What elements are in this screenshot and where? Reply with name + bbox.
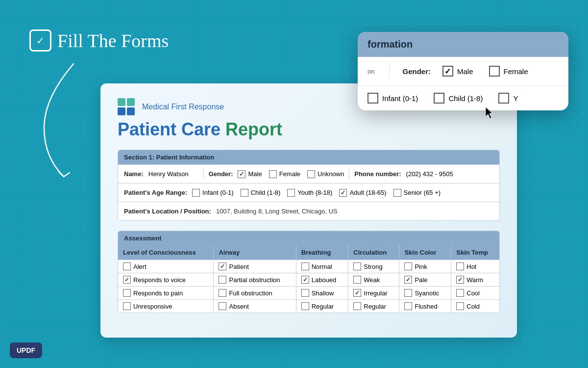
popup-infant[interactable]: Infant (0-1) [368, 93, 418, 104]
popup-female-checkbox[interactable] [489, 66, 500, 77]
age-youth-label: Youth (8-18) [297, 189, 332, 196]
report-title-part1: Patient Care [118, 119, 220, 139]
popup-female-label: Female [504, 67, 528, 76]
age-range-label: Patient's Age Range: [124, 189, 187, 196]
skin-temp-warm[interactable]: ✓ Warm [451, 273, 499, 287]
consciousness-alert[interactable]: Alert [118, 260, 214, 273]
popup-child-checkbox[interactable] [434, 93, 444, 104]
skin-color-pink-checkbox[interactable] [404, 263, 412, 270]
popup-child[interactable]: Child (1-8) [434, 93, 483, 104]
gender-male-checkbox[interactable]: ✓ [238, 170, 245, 178]
popup-title: formation [368, 39, 413, 50]
col-header-circulation: Circulation [348, 245, 399, 260]
circulation-weak[interactable]: Weak [348, 273, 399, 287]
consciousness-voice-checkbox[interactable]: ✓ [123, 276, 131, 284]
popup-gender-female[interactable]: Female [489, 66, 528, 77]
consciousness-unresponsive-checkbox[interactable] [123, 302, 131, 310]
age-infant[interactable]: Infant (0-1) [192, 189, 234, 197]
skin-temp-hot[interactable]: Hot [451, 260, 499, 273]
circulation-irregular-checkbox[interactable]: ✓ [353, 289, 361, 297]
skin-temp-warm-checkbox[interactable]: ✓ [456, 276, 464, 284]
gender-unknown[interactable]: Unknown [307, 170, 344, 178]
breathing-shallow-checkbox[interactable] [301, 289, 309, 297]
age-child[interactable]: Child (1-8) [241, 189, 281, 197]
skin-color-flushed[interactable]: Flushed [399, 300, 451, 313]
skin-color-pale[interactable]: ✓ Pale [399, 273, 451, 287]
breathing-regular-checkbox[interactable] [301, 302, 309, 310]
form-card: Medical First Response Patient Care Repo… [100, 83, 517, 338]
skin-color-syanotic[interactable]: Syanotic [399, 287, 451, 300]
skin-temp-cool-checkbox[interactable] [456, 289, 464, 297]
gender-label: Gender: [209, 170, 233, 178]
age-senior[interactable]: Senior (65 +) [393, 189, 441, 197]
age-child-checkbox[interactable] [241, 189, 248, 197]
consciousness-pain[interactable]: Responds to pain [118, 287, 214, 300]
breathing-shallow[interactable]: Shallow [296, 287, 348, 300]
consciousness-pain-checkbox[interactable] [123, 289, 131, 297]
consciousness-alert-checkbox[interactable] [123, 263, 131, 270]
gender-group: ✓ Male Female Unknown [238, 170, 344, 178]
gender-male[interactable]: ✓ Male [238, 170, 262, 178]
skin-temp-cold[interactable]: Cold [451, 300, 499, 313]
col-header-skin-color: Skin Color [399, 245, 451, 260]
breathing-laboured[interactable]: ✓ Laboued [296, 273, 348, 287]
age-youth[interactable]: Youth (8-18) [287, 189, 332, 197]
age-youth-checkbox[interactable] [287, 189, 295, 197]
popup-youth[interactable]: Y [498, 93, 518, 104]
popup-youth-checkbox[interactable] [498, 93, 509, 104]
circulation-strong-checkbox[interactable] [353, 263, 361, 270]
gender-female[interactable]: Female [269, 170, 300, 178]
popup-child-label: Child (1-8) [448, 94, 483, 103]
gender-female-checkbox[interactable] [269, 170, 277, 178]
section1-row2: Patient's Age Range: Infant (0-1) Child … [118, 183, 499, 202]
airway-absent-checkbox[interactable] [219, 302, 226, 310]
gender-unknown-label: Unknown [318, 170, 344, 178]
circulation-regular[interactable]: Regular [348, 300, 399, 313]
skin-color-pink[interactable]: Pink [399, 260, 451, 273]
airway-partial-checkbox[interactable] [219, 276, 226, 284]
col-header-breathing: Breathing [296, 245, 348, 260]
breathing-normal[interactable]: Normal [296, 260, 348, 273]
age-adult-label: Adult (18-65) [349, 189, 386, 196]
skin-temp-hot-checkbox[interactable] [456, 263, 464, 270]
consciousness-unresponsive[interactable]: Unresponsive [118, 300, 214, 313]
age-adult[interactable]: ✓ Adult (18-65) [339, 189, 386, 197]
airway-full-checkbox[interactable] [219, 289, 226, 297]
breathing-laboured-checkbox[interactable]: ✓ [301, 276, 309, 284]
popup-gender-male[interactable]: ✓ Male [442, 66, 473, 77]
popup-infant-checkbox[interactable] [368, 93, 378, 104]
circulation-regular-checkbox[interactable] [353, 302, 361, 310]
breathing-regular[interactable]: Regular [296, 300, 348, 313]
divider2 [349, 169, 349, 179]
location-label: Patient's Location / Position: [124, 208, 211, 215]
skin-color-flushed-checkbox[interactable] [404, 302, 412, 310]
popup-male-checkbox[interactable]: ✓ [442, 66, 453, 77]
breathing-normal-checkbox[interactable] [301, 263, 309, 270]
airway-full[interactable]: Full obstruction [214, 287, 296, 300]
fill-forms-icon: ✓ [29, 29, 51, 52]
age-infant-checkbox[interactable] [192, 189, 200, 197]
airway-absent[interactable]: Absent [214, 300, 296, 313]
airway-patient[interactable]: ✓ Patient [214, 260, 296, 273]
gender-unknown-checkbox[interactable] [307, 170, 315, 178]
circulation-weak-checkbox[interactable] [353, 276, 361, 284]
airway-partial[interactable]: Partial obstruction [214, 273, 296, 287]
cross-br [127, 107, 135, 115]
skin-temp-cold-checkbox[interactable] [456, 302, 464, 310]
phone-label: Phone number: [354, 170, 401, 178]
age-adult-checkbox[interactable]: ✓ [339, 189, 347, 197]
assessment-table: Level of Consciousness Airway Breathing … [118, 245, 499, 313]
fill-forms-title: Fill The Forms [57, 30, 169, 52]
skin-temp-cool[interactable]: Cool [451, 287, 499, 300]
popup-gender-label: Gender: [402, 67, 431, 76]
gender-female-label: Female [279, 170, 300, 178]
skin-color-pale-checkbox[interactable]: ✓ [404, 276, 412, 284]
circulation-strong[interactable]: Strong [348, 260, 399, 273]
consciousness-voice[interactable]: ✓ Responds to voice [118, 273, 214, 287]
skin-color-syanotic-checkbox[interactable] [404, 289, 412, 297]
popup-section-label: on [368, 68, 374, 75]
assessment-row-1: Alert ✓ Patient Normal [118, 260, 499, 273]
circulation-irregular[interactable]: ✓ Irregular [348, 287, 399, 300]
age-senior-checkbox[interactable] [393, 189, 401, 197]
airway-patient-checkbox[interactable]: ✓ [219, 263, 226, 270]
